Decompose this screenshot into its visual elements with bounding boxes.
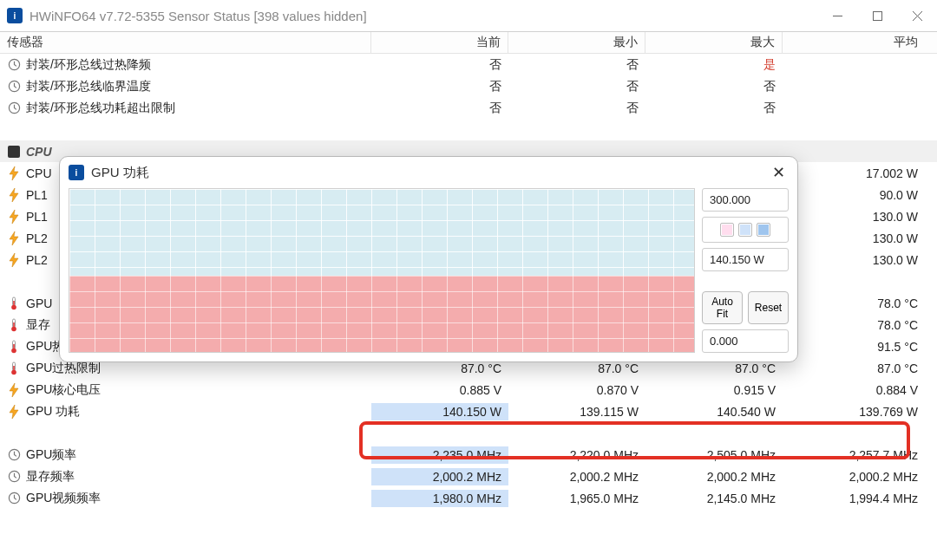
clock-icon [7, 448, 21, 462]
cell-avg: 90.0 W [783, 186, 937, 204]
cell-cur: 否 [371, 99, 508, 118]
bolt-icon [7, 383, 21, 397]
cell-avg: 0.884 V [783, 381, 937, 399]
legend-swatch[interactable] [738, 223, 752, 237]
table-row[interactable]: GPU频率 2,235.0 MHz 2,220.0 MHz 2,505.0 MH… [0, 444, 937, 466]
cell-name: CPU [26, 145, 52, 159]
col-sensor[interactable]: 传感器 [0, 32, 371, 53]
reset-button[interactable]: Reset [748, 291, 789, 324]
minimize-button[interactable] [817, 2, 857, 29]
col-max[interactable]: 最大 [645, 32, 783, 53]
clock-icon [7, 80, 21, 94]
bolt-icon [7, 166, 21, 180]
svg-rect-1 [873, 11, 881, 20]
cell-cur: 2,000.2 MHz [371, 468, 508, 485]
cell-max: 0.915 V [645, 381, 783, 399]
autofit-button[interactable]: Auto Fit [702, 291, 743, 324]
scale-min[interactable]: 0.000 [702, 329, 789, 353]
cell-avg: 17.002 W [783, 165, 937, 182]
close-button[interactable] [897, 2, 937, 29]
thermometer-icon [7, 340, 21, 354]
window-title: HWiNFO64 v7.72-5355 Sensor Status [398 v… [29, 9, 817, 23]
table-row[interactable]: 封装/环形总线临界温度 否 否 否 [0, 75, 937, 97]
cell-max: 否 [645, 99, 783, 118]
bolt-icon [7, 231, 21, 245]
current-reading: 140.150 W [702, 248, 789, 271]
cell-max: 2,505.0 MHz [645, 446, 783, 464]
cell-cur: 0.885 V [371, 381, 508, 399]
col-avg[interactable]: 平均 [783, 32, 937, 53]
cell-min: 1,965.0 MHz [508, 490, 645, 507]
cell-name: 显存频率 [26, 469, 75, 485]
close-icon[interactable]: ✕ [768, 163, 789, 182]
cell-name: GPU核心电压 [26, 382, 101, 398]
cell-avg [783, 63, 937, 67]
cell-name: PL1 [26, 210, 48, 224]
cell-min: 0.870 V [508, 381, 645, 399]
cell-name: PL2 [26, 253, 48, 267]
cell-min: 否 [508, 99, 645, 118]
legend-swatch[interactable] [720, 223, 734, 237]
cell-max: 140.540 W [645, 403, 783, 420]
cell-name: GPU过热限制 [26, 361, 101, 376]
col-min[interactable]: 最小 [508, 32, 645, 53]
cell-avg: 130.0 W [783, 230, 937, 247]
legend [702, 217, 789, 243]
main-titlebar: i HWiNFO64 v7.72-5355 Sensor Status [398… [0, 0, 937, 31]
table-row[interactable]: 显存频率 2,000.2 MHz 2,000.2 MHz 2,000.2 MHz… [0, 466, 937, 487]
cell-cur: 140.150 W [371, 403, 508, 420]
cell-avg: 1,994.4 MHz [783, 490, 937, 507]
svg-rect-9 [13, 301, 15, 307]
cell-cur: 2,235.0 MHz [371, 446, 508, 464]
legend-swatch[interactable] [757, 223, 770, 237]
blank-row [0, 422, 937, 444]
svg-rect-12 [13, 322, 15, 329]
bolt-icon [7, 210, 21, 224]
graph-fill [69, 276, 694, 352]
blank-row [0, 119, 937, 140]
table-row[interactable]: GPU视频频率 1,980.0 MHz 1,965.0 MHz 2,145.0 … [0, 487, 937, 509]
cell-max: 否 [645, 77, 783, 96]
cell-max: 2,000.2 MHz [645, 468, 783, 485]
table-row[interactable]: 封装/环形总线过热降频 否 否 是 [0, 54, 937, 75]
graph-popup[interactable]: i GPU 功耗 ✕ 300.000 140.150 W Auto Fit Re… [59, 156, 798, 362]
bolt-icon [7, 405, 21, 419]
cell-name: PL2 [26, 231, 48, 245]
cell-avg [783, 85, 937, 88]
table-header: 传感器 当前 最小 最大 平均 [0, 31, 937, 54]
cell-min: 否 [508, 55, 645, 75]
table-row[interactable]: GPU核心电压 0.885 V 0.870 V 0.915 V 0.884 V [0, 379, 937, 400]
cpu-icon [7, 145, 21, 159]
cell-avg: 139.769 W [783, 403, 937, 420]
cell-min: 2,000.2 MHz [508, 468, 645, 485]
cell-avg: 2,257.7 MHz [783, 446, 937, 464]
cell-name: GPU [26, 296, 52, 310]
bolt-icon [7, 253, 21, 267]
cell-cur: 否 [371, 55, 508, 75]
cell-min: 2,220.0 MHz [508, 446, 645, 464]
cell-name: 封装/环形总线功耗超出限制 [26, 101, 175, 116]
cell-name: 显存 [26, 317, 50, 333]
table-row[interactable]: 封装/环形总线功耗超出限制 否 否 否 [0, 97, 937, 119]
cell-avg: 78.0 °C [783, 295, 937, 312]
cell-avg: 87.0 °C [783, 360, 937, 377]
cell-avg: 2,000.2 MHz [783, 468, 937, 485]
thermometer-icon [7, 318, 21, 332]
table-row-gpu-power[interactable]: GPU 功耗 140.150 W 139.115 W 140.540 W 139… [0, 400, 937, 422]
popup-title: GPU 功耗 [91, 165, 768, 181]
clock-icon [7, 470, 21, 484]
svg-rect-18 [13, 366, 15, 372]
cell-avg: 130.0 W [783, 251, 937, 269]
graph-area[interactable] [69, 188, 695, 353]
maximize-button[interactable] [857, 2, 897, 29]
cell-name: GPU 功耗 [26, 404, 80, 420]
cell-max: 是 [645, 55, 783, 75]
cell-name: PL1 [26, 188, 48, 202]
col-current[interactable]: 当前 [371, 32, 508, 53]
popup-titlebar[interactable]: i GPU 功耗 ✕ [60, 157, 797, 188]
cell-name: GPU频率 [26, 447, 76, 463]
thermometer-icon [7, 296, 21, 310]
thermometer-icon [7, 361, 21, 375]
scale-max[interactable]: 300.000 [702, 188, 789, 212]
clock-icon [7, 101, 21, 115]
